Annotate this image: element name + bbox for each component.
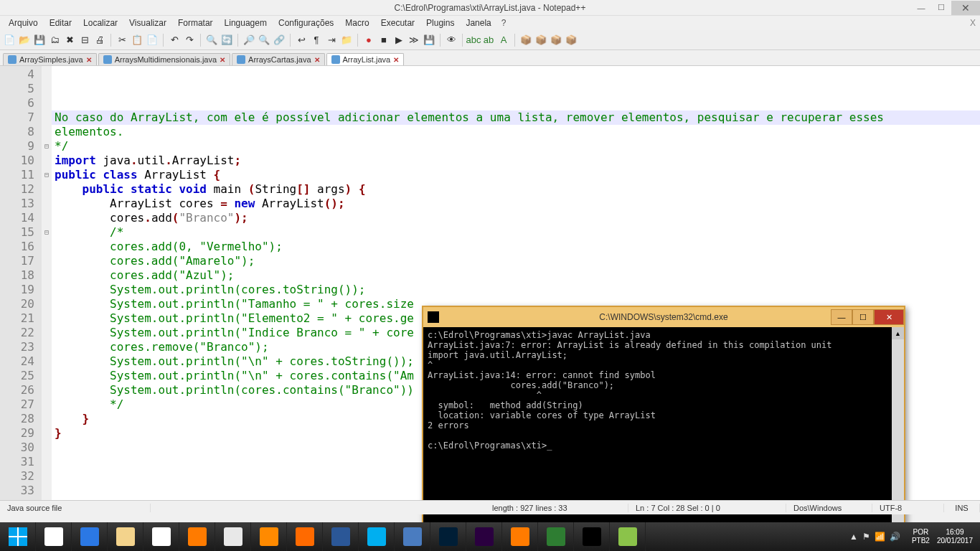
menu-linguagem[interactable]: Linguagem [219, 17, 273, 29]
plugin1-icon[interactable]: 📦 [519, 34, 532, 47]
tab-arraysimples[interactable]: ArraySimples.java✕ [3, 53, 97, 65]
tray-clock[interactable]: 16:0920/01/2017 [937, 528, 973, 545]
sep [462, 34, 463, 47]
taskbar-app-6[interactable] [251, 522, 287, 551]
taskbar-app-7[interactable] [287, 522, 323, 551]
taskbar-app-3[interactable] [143, 522, 179, 551]
copy-icon[interactable]: 📋 [131, 34, 143, 47]
zoom-in-icon[interactable]: 🔎 [242, 34, 255, 47]
taskbar-app-12[interactable] [466, 522, 502, 551]
taskbar-app-9[interactable] [359, 522, 395, 551]
tab-label: ArraysCartas.java [248, 55, 311, 64]
save-icon[interactable]: 💾 [33, 34, 46, 47]
find-icon[interactable]: 🔍 [205, 34, 218, 47]
tray-up-icon[interactable]: ▲ [849, 532, 858, 542]
status-length: length : 927 lines : 33 [485, 504, 628, 512]
file-icon [8, 55, 17, 64]
close-icon[interactable]: ✖ [63, 34, 76, 47]
taskbar-app-8[interactable] [323, 522, 359, 551]
tab-label: ArraySimples.java [19, 55, 83, 64]
menu-macro[interactable]: Macro [339, 17, 374, 29]
replace-icon[interactable]: 🔄 [220, 34, 233, 47]
close-tab-icon[interactable]: ✕ [86, 56, 92, 64]
tab-arraysmulti[interactable]: ArraysMultidimensionais.java✕ [98, 53, 230, 65]
titlebar: C:\Edrol\Programas\xti\ArrayList.java - … [0, 0, 980, 16]
maximize-button[interactable]: ☐ [931, 1, 951, 15]
taskbar-app-4[interactable] [179, 522, 215, 551]
redo-icon[interactable]: ↷ [183, 34, 196, 47]
monitor-icon[interactable]: 👁 [445, 34, 458, 47]
tab-arrayscartas[interactable]: ArraysCartas.java✕ [232, 53, 324, 65]
tray-network-icon[interactable]: 📶 [875, 532, 885, 542]
cut-icon[interactable]: ✂ [116, 34, 128, 47]
sep [200, 34, 201, 47]
paste-icon[interactable]: 📄 [146, 34, 159, 47]
fold-icon[interactable]: 📁 [340, 34, 353, 47]
close-tab-icon[interactable]: ✕ [314, 56, 320, 64]
wrap-icon[interactable]: ↩ [295, 34, 308, 47]
sep [357, 34, 358, 47]
tray-flag-icon[interactable]: ⚑ [862, 532, 870, 542]
plugin4-icon[interactable]: 📦 [565, 34, 578, 47]
tray-lang[interactable]: PORPTB2 [912, 528, 930, 545]
zoom-out-icon[interactable]: 🔍 [258, 34, 270, 47]
menu-arquivo[interactable]: Arquivo [3, 17, 44, 29]
spell-icon[interactable]: abc [467, 34, 480, 47]
system-tray[interactable]: ▲ ⚑ 📶 🔊 PORPTB2 16:0920/01/2017 [849, 528, 980, 545]
saveall-icon[interactable]: 🗂 [48, 34, 61, 47]
plugin3-icon[interactable]: 📦 [550, 34, 562, 47]
taskbar-app-1[interactable] [72, 522, 108, 551]
menu-help[interactable]: ? [501, 18, 507, 28]
indent-icon[interactable]: ⇥ [325, 34, 338, 47]
macro-play-icon[interactable]: ▶ [392, 34, 405, 47]
spell2-icon[interactable]: ab [482, 34, 495, 47]
window-title: C:\Edrol\Programas\xti\ArrayList.java - … [395, 3, 586, 13]
tray-volume-icon[interactable]: 🔊 [890, 532, 900, 542]
statusbar: Java source file length : 927 lines : 33… [0, 500, 980, 514]
chars-icon[interactable]: ¶ [310, 34, 323, 47]
menu-localizar[interactable]: Localizar [77, 17, 123, 29]
macro-save-icon[interactable]: 💾 [423, 34, 435, 47]
macro-stop-icon[interactable]: ■ [377, 34, 390, 47]
file-icon [103, 55, 112, 64]
print-icon[interactable]: 🖨 [93, 34, 106, 47]
macro-rec-icon[interactable]: ● [362, 34, 375, 47]
taskbar-app-13[interactable] [502, 522, 538, 551]
closeall-icon[interactable]: ⊟ [78, 34, 91, 47]
taskbar-app-14[interactable] [538, 522, 574, 551]
close-tab-icon[interactable]: ✕ [220, 56, 225, 64]
close-tab-icon[interactable]: ✕ [393, 56, 399, 64]
fold-column[interactable]: ⊟⊟⊟ [42, 66, 52, 500]
taskbar-app-16[interactable] [610, 522, 646, 551]
menu-executar[interactable]: Executar [375, 17, 420, 29]
status-filetype: Java source file [0, 504, 151, 512]
toolbar: 📄 📂 💾 🗂 ✖ ⊟ 🖨 ✂ 📋 📄 ↶ ↷ 🔍 🔄 🔎 🔍 🔗 ↩ ¶ ⇥ … [0, 30, 980, 50]
open-icon[interactable]: 📂 [18, 34, 31, 47]
macro-multi-icon[interactable]: ≫ [407, 34, 420, 47]
menu-visualizar[interactable]: Visualizar [123, 17, 172, 29]
new-icon[interactable]: 📄 [3, 34, 16, 47]
menu-configuracoes[interactable]: Configurações [273, 17, 339, 29]
spell3-icon[interactable]: A [497, 34, 510, 47]
menu-janela[interactable]: Janela [460, 17, 496, 29]
start-button[interactable] [0, 522, 36, 551]
tab-label: ArrayList.java [343, 55, 391, 64]
plugin2-icon[interactable]: 📦 [534, 34, 547, 47]
sync-icon[interactable]: 🔗 [273, 34, 286, 47]
code-area[interactable]: No caso do ArrayList, com ele é possível… [52, 66, 980, 500]
menu-formatar[interactable]: Formatar [172, 17, 219, 29]
menu-editar[interactable]: Editar [44, 17, 77, 29]
taskbar-app-2[interactable] [108, 522, 143, 551]
taskbar-app-11[interactable] [430, 522, 466, 551]
taskbar-app-0[interactable] [36, 522, 72, 551]
tab-arraylist[interactable]: ArrayList.java✕ [326, 53, 405, 65]
undo-icon[interactable]: ↶ [168, 34, 181, 47]
taskbar-app-5[interactable] [215, 522, 251, 551]
taskbar-app-10[interactable] [395, 522, 430, 551]
editor[interactable]: 4567891011121314151617181920212223242526… [0, 66, 980, 500]
taskbar-app-15[interactable] [574, 522, 610, 551]
close-button[interactable]: ✕ [951, 1, 980, 15]
menu-plugins[interactable]: Plugins [420, 17, 460, 29]
menu-x[interactable]: X [970, 18, 976, 28]
minimize-button[interactable]: — [911, 1, 931, 15]
